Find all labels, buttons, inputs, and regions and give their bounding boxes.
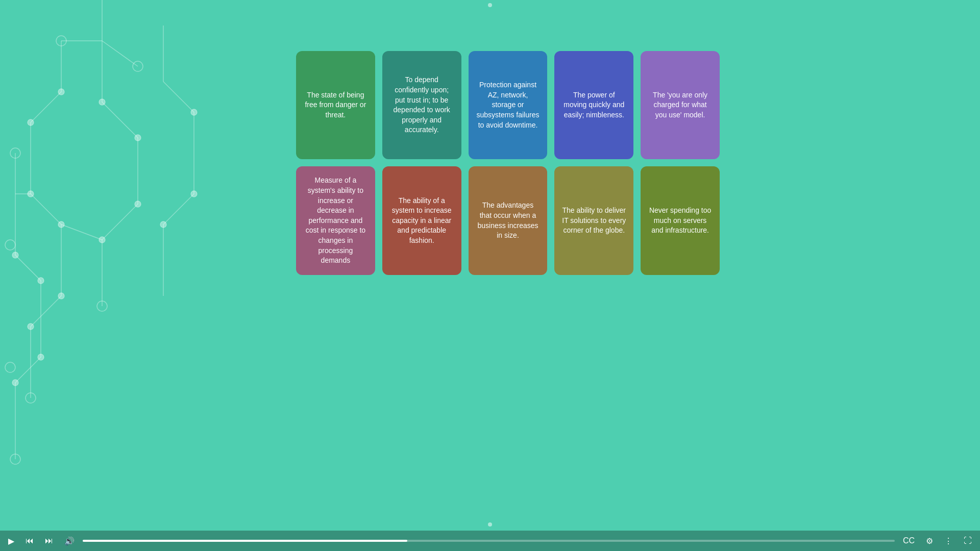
bottom-indicator	[488, 522, 492, 527]
video-controls-bar: ▶ ⏮ ⏭ 🔊 CC ⚙ ⋮ ⛶	[0, 531, 980, 551]
card-resilience: Protection against AZ, network, storage …	[469, 51, 548, 159]
volume-button[interactable]: 🔊	[61, 534, 78, 548]
card-economies: The advantages that occur when a busines…	[469, 166, 548, 274]
top-indicator	[488, 3, 492, 7]
play-button[interactable]: ▶	[5, 534, 17, 548]
card-reliability: To depend confidently upon; put trust in…	[382, 51, 461, 159]
skip-back-button[interactable]: ⏮	[22, 534, 37, 547]
card-cost-efficiency: Never spending too much on servers and i…	[641, 166, 720, 274]
more-button[interactable]: ⋮	[941, 534, 955, 548]
card-reach: The ability to deliver IT solutions to e…	[554, 166, 633, 274]
card-agility: The power of moving quickly and easily; …	[554, 51, 633, 159]
fullscreen-button[interactable]: ⛶	[961, 534, 975, 547]
progress-bar[interactable]	[83, 540, 895, 542]
progress-fill	[83, 540, 407, 542]
settings-button[interactable]: ⚙	[923, 534, 936, 548]
captions-button[interactable]: CC	[900, 534, 918, 547]
card-elasticity: Measure of a system's ability to increas…	[296, 166, 375, 274]
cards-grid: The state of being free from danger or t…	[296, 51, 720, 275]
presenter-area	[0, 0, 286, 551]
skip-forward-button[interactable]: ⏭	[42, 534, 56, 547]
card-pay-as-you-go: The 'you are only charged for what you u…	[641, 51, 720, 159]
card-scalability: The ability of a system to increase capa…	[382, 166, 461, 274]
card-security: The state of being free from danger or t…	[296, 51, 375, 159]
